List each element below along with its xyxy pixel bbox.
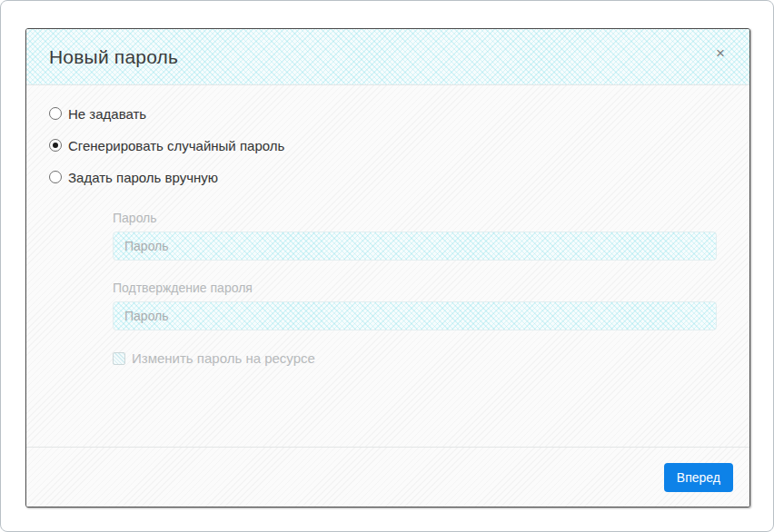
dialog-header: Новый пароль × <box>26 29 749 85</box>
radio-option-no-password[interactable]: Не задавать <box>49 104 727 123</box>
password-input[interactable] <box>113 232 717 261</box>
radio-option-label[interactable]: Задать пароль вручную <box>68 170 218 185</box>
radio-option-label[interactable]: Не задавать <box>68 106 146 122</box>
radio-option-generate-random[interactable]: Сгенерировать случайный пароль <box>49 136 727 154</box>
forward-button[interactable]: Вперед <box>664 463 733 492</box>
password-field-label: Пароль <box>113 211 692 225</box>
change-password-on-resource-row[interactable]: Изменить пароль на ресурсе <box>113 350 692 366</box>
page-background: Новый пароль × Не задавать Сгенерировать… <box>0 0 774 532</box>
radio-option-manual[interactable]: Задать пароль вручную <box>49 168 727 186</box>
radio-button[interactable] <box>49 139 62 152</box>
close-icon[interactable]: × <box>710 43 731 64</box>
radio-button[interactable] <box>49 107 62 120</box>
checkbox-label: Изменить пароль на ресурсе <box>132 350 315 366</box>
radio-button[interactable] <box>49 171 62 183</box>
radio-option-label[interactable]: Сгенерировать случайный пароль <box>68 138 284 153</box>
password-confirm-label: Подтверждение пароля <box>113 281 692 295</box>
password-form-section: Пароль Подтверждение пароля Изменить пар… <box>113 211 692 366</box>
checkbox[interactable] <box>113 352 125 365</box>
dialog-body: Не задавать Сгенерировать случайный паро… <box>26 85 749 447</box>
dialog-title: Новый пароль <box>49 46 178 68</box>
new-password-dialog: Новый пароль × Не задавать Сгенерировать… <box>25 28 750 507</box>
dialog-footer: Вперед <box>26 447 749 507</box>
password-confirm-input[interactable] <box>113 301 717 330</box>
